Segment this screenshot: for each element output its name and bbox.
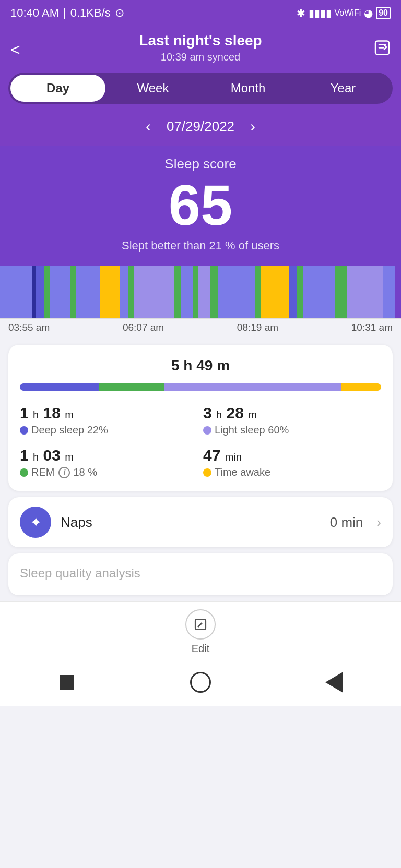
chart-segment-26 xyxy=(383,266,395,318)
tab-year[interactable]: Year xyxy=(296,75,391,102)
nav-square-button[interactable] xyxy=(53,669,80,696)
stat-rem-sleep: 1 h 03 m REM i 18 % xyxy=(20,447,198,478)
stat-deep-sleep: 1 h 18 m Deep sleep 22% xyxy=(20,404,198,436)
chart-segment-12 xyxy=(174,266,181,318)
stat-deep-sleep-time: 1 h 18 m xyxy=(20,404,198,422)
chart-segment-4 xyxy=(44,266,50,318)
nav-square-icon xyxy=(60,675,74,690)
tab-month[interactable]: Month xyxy=(200,75,296,102)
export-button[interactable] xyxy=(374,39,391,59)
sleep-duration-card: 5 h 49 m 1 h 18 m Deep sleep 22% 3 h 28 … xyxy=(8,345,393,491)
rem-info-icon[interactable]: i xyxy=(58,467,70,478)
stat-rem-sleep-time: 1 h 03 m xyxy=(20,447,198,464)
sleep-quality-card: Sleep quality analysis xyxy=(8,553,393,595)
chart-segment-8 xyxy=(100,266,120,318)
time-label-1: 06:07 am xyxy=(123,322,164,333)
chart-segment-11 xyxy=(134,266,174,318)
tab-bar: Day Week Month Year xyxy=(0,73,401,112)
status-dot-icon: ⊙ xyxy=(115,6,124,20)
chart-segment-1 xyxy=(0,266,32,318)
chart-segment-7 xyxy=(76,266,100,318)
status-right: ✱ ▮▮▮▮ VoWiFi ◕ 90 xyxy=(297,7,391,19)
chart-segment-22 xyxy=(303,266,335,318)
sleep-score-value: 65 xyxy=(0,176,401,234)
chart-segment-18 xyxy=(255,266,261,318)
sleep-bar-awake xyxy=(341,383,381,391)
date-nav: ‹ 07/29/2022 › xyxy=(0,112,401,146)
naps-value: 0 min xyxy=(330,514,363,531)
sleep-quality-label: Sleep quality analysis xyxy=(20,566,381,581)
chart-segment-24 xyxy=(341,266,347,318)
status-network-speed: 0.1KB/s xyxy=(70,6,111,20)
signal-icon: ▮▮▮▮ xyxy=(309,7,332,19)
date-next-button[interactable]: › xyxy=(250,117,255,135)
sleep-bar xyxy=(20,383,381,391)
chart-segment-25 xyxy=(347,266,383,318)
time-label-3: 10:31 am xyxy=(351,322,393,333)
bluetooth-icon: ✱ xyxy=(297,7,305,19)
chart-segment-3 xyxy=(36,266,44,318)
stat-light-sleep: 3 h 28 m Light sleep 60% xyxy=(203,404,381,436)
time-labels: 03:55 am 06:07 am 08:19 am 10:31 am xyxy=(0,318,401,339)
stat-light-sleep-time: 3 h 28 m xyxy=(203,404,381,422)
chart-segment-17 xyxy=(218,266,254,318)
sleep-duration-total: 5 h 49 m xyxy=(20,357,381,374)
stat-awake-time: 47 min xyxy=(203,447,381,464)
chart-segment-19 xyxy=(261,266,289,318)
chart-segment-6 xyxy=(70,266,76,318)
chart-segment-23 xyxy=(335,266,341,318)
date-prev-button[interactable]: ‹ xyxy=(146,117,151,135)
stat-light-sleep-label: Light sleep 60% xyxy=(203,424,381,436)
nav-home-button[interactable] xyxy=(187,669,214,696)
sleep-bar-deep xyxy=(20,383,99,391)
chart-segment-5 xyxy=(50,266,70,318)
chart-segment-20 xyxy=(289,266,297,318)
current-date: 07/29/2022 xyxy=(167,118,234,135)
tab-container: Day Week Month Year xyxy=(8,73,393,104)
dot-light-icon xyxy=(203,426,211,435)
chart-segment-13 xyxy=(181,266,193,318)
chart-segment-2 xyxy=(32,266,36,318)
sleep-bar-light xyxy=(164,383,341,391)
stat-rem-sleep-label: REM i 18 % xyxy=(20,466,198,478)
stat-awake: 47 min Time awake xyxy=(203,447,381,478)
edit-button[interactable] xyxy=(185,609,216,640)
chart-segment-15 xyxy=(198,266,210,318)
chart-segment-10 xyxy=(128,266,135,318)
status-network: | xyxy=(63,6,66,20)
stat-awake-label: Time awake xyxy=(203,466,381,478)
wifi-icon: ◕ xyxy=(364,7,373,19)
time-label-0: 03:55 am xyxy=(8,322,50,333)
header: < Last night's sleep 10:39 am synced xyxy=(0,26,401,73)
edit-label: Edit xyxy=(192,643,209,655)
naps-content: ✦ Naps 0 min › xyxy=(20,507,381,538)
nav-circle-icon xyxy=(190,672,211,693)
tab-day[interactable]: Day xyxy=(10,75,105,102)
chart-segment-16 xyxy=(210,266,218,318)
naps-label: Naps xyxy=(61,514,321,531)
chart-segment-9 xyxy=(120,266,128,318)
sleep-bar-rem xyxy=(99,383,164,391)
chart-segment-14 xyxy=(193,266,199,318)
chart-segment-21 xyxy=(297,266,303,318)
battery-icon: 90 xyxy=(376,7,391,19)
time-label-2: 08:19 am xyxy=(237,322,278,333)
naps-chevron-icon: › xyxy=(376,514,381,531)
naps-card[interactable]: ✦ Naps 0 min › xyxy=(8,497,393,547)
nav-bar xyxy=(0,660,401,706)
tab-week[interactable]: Week xyxy=(105,75,200,102)
stat-deep-sleep-label: Deep sleep 22% xyxy=(20,424,198,436)
vowifi-icon: VoWiFi xyxy=(335,8,361,18)
back-button[interactable]: < xyxy=(10,40,20,59)
sleep-stats-grid: 1 h 18 m Deep sleep 22% 3 h 28 m Light s… xyxy=(20,404,381,478)
naps-icon: ✦ xyxy=(20,507,51,538)
dot-awake-icon xyxy=(203,468,211,477)
nav-back-button[interactable] xyxy=(321,669,348,696)
status-time: 10:40 AM xyxy=(10,6,59,20)
status-left: 10:40 AM | 0.1KB/s ⊙ xyxy=(10,6,124,20)
sleep-score-label: Sleep score xyxy=(0,156,401,172)
sleep-score-subtitle: Slept better than 21 % of users xyxy=(0,239,401,261)
sleep-score-section: Sleep score 65 Slept better than 21 % of… xyxy=(0,146,401,266)
status-bar: 10:40 AM | 0.1KB/s ⊙ ✱ ▮▮▮▮ VoWiFi ◕ 90 xyxy=(0,0,401,26)
header-title: Last night's sleep 10:39 am synced xyxy=(10,32,391,63)
